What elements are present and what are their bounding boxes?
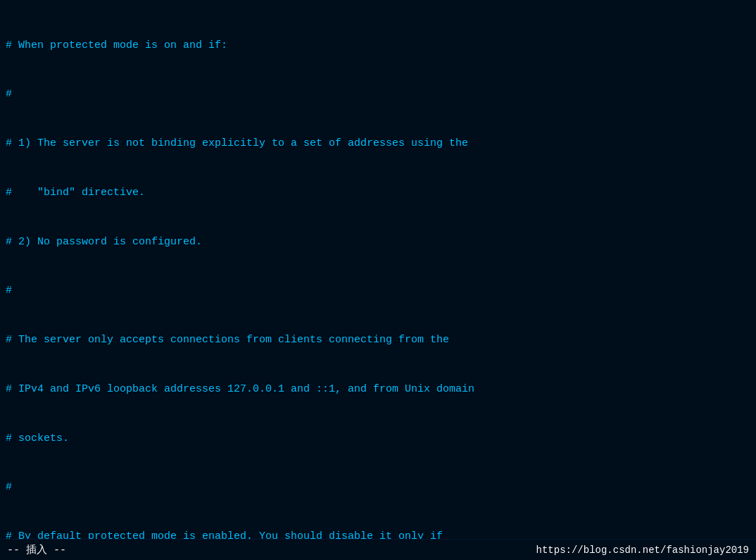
line-3: # 1) The server is not binding explicitl… [6,135,750,151]
line-5: # 2) No password is configured. [6,234,750,250]
line-2: # [6,86,750,102]
line-6: # [6,282,750,299]
line-8: # IPv4 and IPv6 loopback addresses 127.0… [6,381,750,397]
insert-mode-indicator: -- 插入 -- [7,543,66,556]
line-4: # "bind" directive. [6,185,750,201]
editor-content: # When protected mode is on and if: # # … [0,0,756,560]
status-bar: -- 插入 -- https://blog.csdn.net/fashionja… [0,539,756,560]
url-reference: https://blog.csdn.net/fashionjay2019 [536,545,749,556]
line-10: # [6,479,750,495]
line-1: # When protected mode is on and if: [6,37,750,54]
line-7: # The server only accepts connections fr… [6,332,750,348]
line-9: # sockets. [6,430,750,447]
